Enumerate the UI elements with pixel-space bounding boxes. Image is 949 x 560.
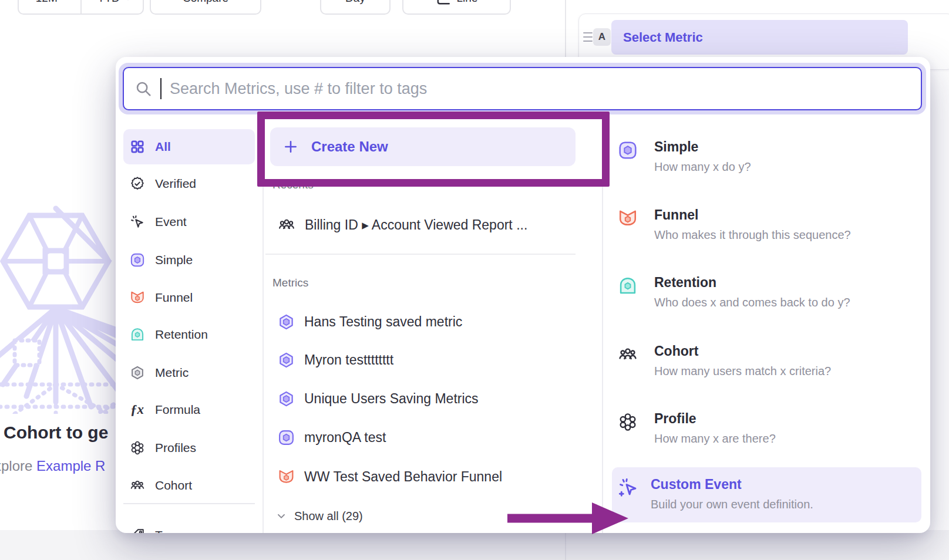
- granularity-button[interactable]: Day: [320, 0, 391, 15]
- metric-hexagon-icon: [278, 390, 295, 407]
- range-ytd-button[interactable]: YTD: [88, 0, 143, 14]
- category-all[interactable]: All: [123, 129, 255, 164]
- search-focus-ring: Search Metrics, use # to filter to tags: [119, 63, 926, 114]
- simple-square-icon: [278, 429, 295, 446]
- metric-hexagon-icon: [278, 352, 295, 369]
- chart-type-label: Line: [457, 0, 478, 5]
- metric-hexagon-icon: [278, 313, 295, 330]
- saved-metric-label: Hans Testing saved metric: [304, 314, 462, 330]
- type-profile[interactable]: Profile How many x are there?: [614, 411, 919, 446]
- date-range-control[interactable]: 12M YTD: [18, 0, 144, 15]
- category-metric[interactable]: Metric: [123, 355, 255, 390]
- type-name: Profile: [654, 411, 776, 427]
- type-name: Custom Event: [651, 477, 813, 492]
- granularity-label: Day: [345, 0, 365, 5]
- explore-prefix: xplore: [0, 458, 32, 474]
- funnel-icon: [618, 208, 638, 228]
- category-label: Retention: [155, 328, 208, 342]
- type-simple[interactable]: Simple How many x do y?: [614, 139, 919, 174]
- segment-divider: [80, 0, 82, 14]
- type-desc: Who makes it through this sequence?: [654, 228, 851, 242]
- type-name: Retention: [654, 275, 850, 291]
- saved-metric-label: Myron testttttttt: [304, 352, 393, 368]
- category-formula[interactable]: ƒx Formula: [123, 392, 255, 427]
- line-chart-icon: [436, 0, 451, 6]
- compare-label: Compare: [183, 0, 228, 5]
- cursor-click-icon: [129, 214, 145, 230]
- page-bottom-strip: [0, 530, 949, 560]
- saved-metric-item[interactable]: WW Test Saved Behavior Funnel: [278, 463, 502, 491]
- retention-arch-icon: [618, 276, 638, 296]
- example-reports-link[interactable]: Example R: [36, 458, 105, 474]
- category-label: Event: [155, 215, 187, 229]
- grid-icon: [129, 139, 145, 155]
- category-label: Verified: [155, 177, 196, 191]
- show-all-toggle[interactable]: Show all (29): [275, 504, 363, 528]
- category-label: Funnel: [155, 291, 193, 305]
- category-funnel[interactable]: Funnel: [123, 280, 255, 315]
- text-cursor: [160, 78, 161, 99]
- chevron-down-icon: [123, 0, 133, 3]
- range-12m-label: 12M: [36, 0, 58, 5]
- type-custom-event[interactable]: Custom Event Build your own event defini…: [612, 467, 921, 522]
- app-canvas: r Cohort to ge xplore Example R 12M YTD …: [0, 0, 949, 560]
- category-label: Cohort: [155, 478, 192, 492]
- recent-item-label: Billing ID ▸ Account Viewed Report ...: [305, 217, 527, 233]
- category-simple[interactable]: Simple: [123, 242, 255, 278]
- search-metrics-input[interactable]: Search Metrics, use # to filter to tags: [123, 67, 922, 110]
- saved-metric-label: myronQA test: [304, 430, 386, 446]
- saved-metric-label: Unique Users Saving Metrics: [304, 391, 479, 407]
- category-label: Simple: [155, 253, 193, 267]
- people-icon: [618, 345, 638, 365]
- saved-metric-item[interactable]: Myron testttttttt: [278, 346, 393, 374]
- people-icon: [278, 216, 295, 234]
- category-label: Profiles: [155, 441, 196, 455]
- select-metric-label: Select Metric: [623, 30, 703, 45]
- saved-metric-item[interactable]: Hans Testing saved metric: [278, 308, 462, 336]
- formula-fx-icon: ƒx: [129, 402, 145, 418]
- type-retention[interactable]: Retention Who does x and comes back to d…: [614, 275, 919, 309]
- type-name: Funnel: [654, 207, 851, 223]
- funnel-icon: [278, 468, 295, 485]
- type-desc: How many x do y?: [654, 160, 751, 174]
- category-label: Formula: [155, 403, 200, 417]
- category-profiles[interactable]: Profiles: [123, 430, 255, 465]
- type-funnel[interactable]: Funnel Who makes it through this sequenc…: [614, 207, 919, 242]
- recent-item-billing[interactable]: Billing ID ▸ Account Viewed Report ...: [278, 211, 527, 239]
- annotation-arrow: [504, 499, 633, 538]
- select-metric-button[interactable]: Select Metric: [611, 20, 908, 55]
- type-cohort[interactable]: Cohort How many users match x criteria?: [614, 343, 919, 378]
- category-tags[interactable]: Tags: [123, 518, 255, 533]
- empty-state-headline: r Cohort to ge: [0, 423, 108, 443]
- type-name: Simple: [654, 139, 751, 155]
- profiles-cluster-icon: [129, 440, 145, 456]
- cursor-sparkle-icon: [618, 477, 639, 498]
- seal-check-icon: [129, 176, 145, 192]
- people-icon: [129, 478, 145, 494]
- range-ytd-label: YTD: [97, 0, 120, 5]
- simple-square-icon: [129, 252, 145, 268]
- chart-type-button[interactable]: Line: [402, 0, 511, 15]
- drag-handle-icon[interactable]: [583, 32, 593, 42]
- category-cohort[interactable]: Cohort: [123, 468, 255, 503]
- category-event[interactable]: Event: [123, 204, 255, 239]
- funnel-icon: [129, 290, 145, 306]
- tag-icon: [129, 528, 145, 534]
- sidebar-divider: [123, 503, 255, 504]
- metrics-heading: Metrics: [272, 276, 308, 289]
- type-desc: How many x are there?: [654, 432, 776, 446]
- profiles-cluster-icon: [618, 412, 638, 432]
- category-label: Metric: [155, 366, 189, 380]
- saved-metric-item[interactable]: Unique Users Saving Metrics: [278, 384, 479, 413]
- chevron-down-icon: [275, 510, 287, 522]
- annotation-highlight-rectangle: [257, 112, 610, 187]
- series-a-badge[interactable]: A: [593, 28, 611, 46]
- category-label: All: [155, 140, 171, 154]
- saved-metric-item[interactable]: myronQA test: [278, 423, 386, 451]
- compare-button[interactable]: Compare: [150, 0, 261, 15]
- range-12m-button[interactable]: 12M: [19, 0, 75, 14]
- simple-square-icon: [618, 140, 638, 160]
- category-verified[interactable]: Verified: [123, 166, 255, 201]
- category-retention[interactable]: Retention: [123, 317, 255, 352]
- type-desc: How many users match x criteria?: [654, 365, 831, 378]
